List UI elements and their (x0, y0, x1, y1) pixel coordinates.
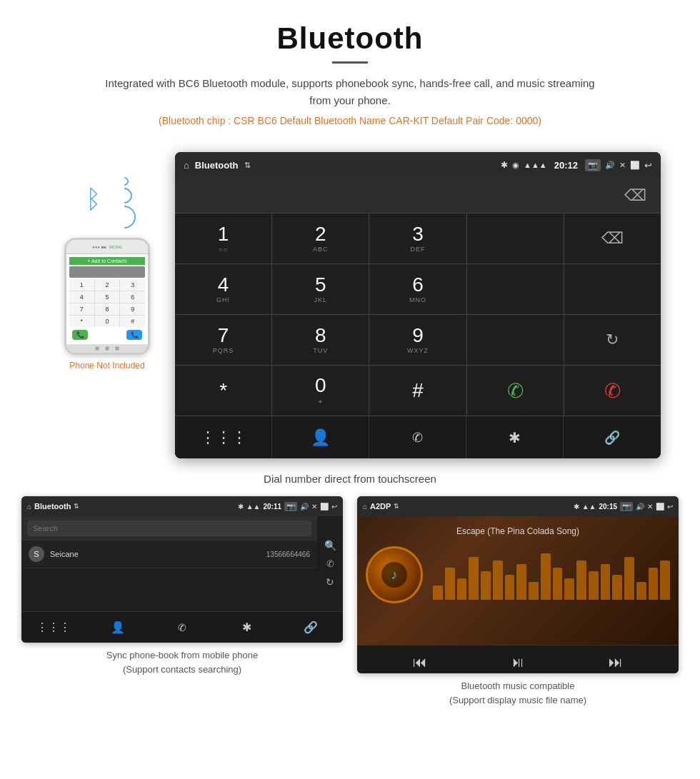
phone-key: 0 (95, 316, 120, 327)
signal-icon: ▲▲▲ (524, 161, 547, 169)
key-1[interactable]: 1 ○○ (175, 213, 271, 263)
bottom-row: ⌂ Bluetooth ⇅ ✱ ▲▲ 20:11 📷 🔊 ✕ ⬜ ↩ (0, 496, 700, 721)
phone-key: 9 (120, 303, 145, 315)
phone-nav-bar (66, 344, 148, 353)
page-description: Integrated with BC6 Bluetooth module, su… (100, 75, 600, 109)
music-equalizer (433, 550, 670, 600)
phone-nav-dot (105, 346, 109, 351)
title-underline (332, 61, 368, 64)
pb-toolbar-link[interactable]: 🔗 (279, 612, 343, 643)
key-refresh[interactable]: ↻ (564, 315, 661, 365)
pb-empty-space (21, 568, 317, 611)
music-title: A2DP (370, 502, 391, 511)
key-hash[interactable]: # (369, 366, 466, 416)
key-3[interactable]: 3 DEF (369, 213, 466, 263)
home-icon: ⌂ (184, 160, 189, 171)
music-usb-icon: ⇅ (394, 503, 399, 510)
camera-icon: 📷 (585, 159, 601, 171)
dial-status-bar: ⌂ Bluetooth ⇅ ✱ ◉ ▲▲▲ 20:12 📷 🔊 ✕ ⬜ ↩ (175, 152, 661, 178)
main-caption: Dial number direct from touchscreen (0, 466, 700, 496)
wifi-wave-2 (113, 184, 135, 206)
key-backspace[interactable]: ⌫ (564, 213, 661, 263)
pb-search-input[interactable] (27, 521, 311, 536)
phone-key: 6 (120, 291, 145, 303)
music-screen: ⌂ A2DP ⇅ ✱ ▲▲ 20:15 📷 🔊 ✕ ⬜ ↩ Escape (Th… (357, 496, 679, 673)
key-2[interactable]: 2 ABC (272, 213, 369, 263)
dial-display: ⌫ (175, 178, 661, 213)
pb-toolbar-call[interactable]: ✆ (150, 612, 214, 643)
toolbar-bluetooth-button[interactable]: ✱ (466, 416, 564, 458)
prev-button[interactable]: ⏮ (413, 654, 427, 670)
pb-signal-icon: ▲▲ (246, 503, 261, 511)
phonebook-caption: Sync phone-book from mobile phone (Suppo… (106, 648, 258, 676)
dialpad-icon: ⋮⋮⋮ (200, 428, 247, 447)
toolbar-contacts-button[interactable]: 👤 (272, 416, 369, 458)
key-star[interactable]: * (175, 366, 271, 416)
key-4[interactable]: 4 GHI (175, 264, 271, 314)
pb-call-side-icon[interactable]: ✆ (326, 558, 334, 569)
location-icon: ◉ (512, 161, 519, 170)
music-song-title: Escape (The Pina Colada Song) (456, 526, 579, 536)
phone-call-row: 📞 📞 (69, 328, 145, 341)
toolbar-link-button[interactable]: 🔗 (564, 416, 661, 458)
music-camera-icon: 📷 (620, 502, 633, 511)
key-0[interactable]: 0 + (272, 366, 369, 416)
call-icon: ✆ (412, 430, 423, 446)
phone-call-green: 📞 (72, 330, 88, 340)
phonebook-screen: ⌂ Bluetooth ⇅ ✱ ▲▲ 20:11 📷 🔊 ✕ ⬜ ↩ (21, 496, 343, 643)
phone-key: 4 (69, 291, 94, 303)
album-art-inner: ♪ (381, 562, 407, 588)
phone-mockup: ●●● ■■ MORE + Add to Contacts 1 2 3 4 5 … (64, 238, 150, 355)
key-8[interactable]: 8 TUV (272, 315, 369, 365)
pb-toolbar-dialpad[interactable]: ⋮⋮⋮ (21, 612, 86, 643)
phone-key: 5 (95, 291, 120, 303)
phone-nav-dot (115, 346, 119, 351)
time-display: 20:12 (554, 160, 578, 171)
phonebook-item: ⌂ Bluetooth ⇅ ✱ ▲▲ 20:11 📷 🔊 ✕ ⬜ ↩ (21, 496, 343, 707)
volume-icon: 🔊 (605, 161, 615, 170)
key-7[interactable]: 7 PQRS (175, 315, 271, 365)
pb-usb-icon: ⇅ (74, 503, 79, 510)
pb-screen-icon: ⬜ (320, 503, 329, 511)
usb-icon: ⇅ (244, 161, 251, 170)
phone-key: 2 (95, 279, 120, 291)
pb-toolbar-contacts[interactable]: 👤 (86, 612, 150, 643)
key-end-call[interactable]: ✆ (564, 366, 661, 416)
key-6[interactable]: 6 MNO (369, 264, 466, 314)
pb-refresh-side-icon[interactable]: ↻ (326, 576, 334, 588)
backspace-button[interactable]: ⌫ (624, 186, 646, 205)
pb-toolbar-bt[interactable]: ✱ (214, 612, 279, 643)
pb-vol-icon: 🔊 (300, 503, 309, 511)
pb-status-left: ⌂ Bluetooth ⇅ (27, 502, 234, 511)
wifi-waves (120, 177, 136, 228)
music-controls: ⏮ ⏯ ⏭ (357, 645, 679, 673)
link-icon: 🔗 (604, 430, 620, 446)
pb-status-right: ✱ ▲▲ 20:11 📷 🔊 ✕ ⬜ ↩ (238, 502, 337, 511)
phone-key: 1 (69, 279, 94, 291)
pb-search-side-icon[interactable]: 🔍 (324, 540, 336, 551)
phone-top-bar: ●●● ■■ MORE (66, 240, 148, 254)
toolbar-call-button[interactable]: ✆ (369, 416, 466, 458)
dial-screen-title: Bluetooth (195, 160, 239, 171)
toolbar-dialpad-button[interactable]: ⋮⋮⋮ (175, 416, 272, 458)
play-pause-button[interactable]: ⏯ (511, 654, 525, 670)
key-9[interactable]: 9 WXYZ (369, 315, 466, 365)
pb-inner: S Seicane 13566664466 🔍 ✆ ↻ (21, 516, 343, 611)
phone-key: 8 (95, 303, 120, 315)
pb-close-icon: ✕ (311, 503, 317, 511)
page-title: Bluetooth (14, 21, 686, 56)
pb-time: 20:11 (263, 503, 281, 511)
keypad-grid: 1 ○○ 2 ABC 3 DEF ⌫ 4 GHI 5 JKL (175, 213, 661, 416)
key-call[interactable]: ✆ (467, 366, 564, 416)
music-body: Escape (The Pina Colada Song) ♪ (357, 516, 679, 645)
next-button[interactable]: ⏭ (609, 654, 623, 670)
phone-contacts-header: + Add to Contacts (69, 257, 145, 265)
music-note-icon: ♪ (391, 568, 398, 583)
phone-not-included-label: Phone Not Included (69, 361, 144, 371)
key-5[interactable]: 5 JKL (272, 264, 369, 314)
music-close-icon: ✕ (647, 503, 653, 511)
bluetooth-icon: ᛒ (86, 184, 101, 214)
music-content-row: ♪ (366, 546, 670, 603)
pb-contact-row: S Seicane 13566664466 (21, 541, 317, 568)
phone-keypad: 1 2 3 4 5 6 7 8 9 * 0 # (69, 279, 145, 327)
